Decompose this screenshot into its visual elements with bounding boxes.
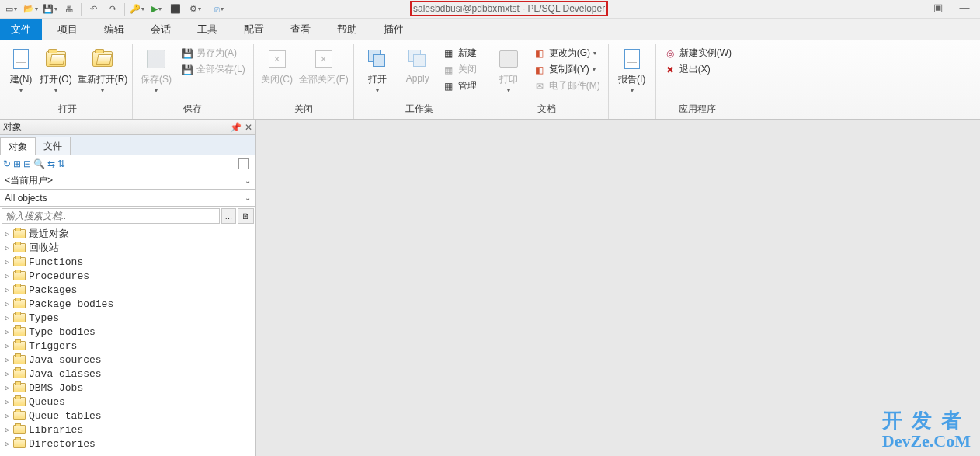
tree-item[interactable]: ▷Type bodies	[0, 325, 255, 339]
email-button[interactable]: ✉电子邮件(M)	[530, 78, 603, 94]
toolbar-checkbox[interactable]	[238, 158, 249, 169]
expand-arrow-icon[interactable]: ▷	[3, 356, 12, 364]
menu-plugins[interactable]: 插件	[373, 19, 415, 40]
expand-arrow-icon[interactable]: ▷	[3, 440, 12, 448]
expand-arrow-icon[interactable]: ▷	[3, 286, 12, 294]
print-icon[interactable]: 🖶	[60, 1, 78, 18]
closeall-button[interactable]: 全部关闭(E)	[299, 45, 349, 88]
ribbon-group-title	[631, 103, 633, 119]
tree-item[interactable]: ▷回收站	[0, 241, 255, 255]
collapse-icon[interactable]: ⊟	[23, 158, 31, 169]
settings-icon[interactable]: ⎚	[210, 1, 228, 18]
expand-arrow-icon[interactable]: ▷	[3, 230, 12, 238]
menu-help[interactable]: 帮助	[326, 19, 368, 40]
expand-arrow-icon[interactable]: ▷	[3, 258, 12, 266]
exit-button[interactable]: ✖退出(X)	[661, 61, 735, 78]
tab-files[interactable]: 文件	[35, 137, 71, 155]
tree-item[interactable]: ▷Functions	[0, 255, 255, 269]
menu-config[interactable]: 配置	[233, 19, 275, 40]
newinstance-button[interactable]: ◎新建实例(W)	[661, 45, 735, 61]
print-button[interactable]: 打印 ▾	[490, 45, 527, 96]
debug-dropdown-icon[interactable]: ⚙	[186, 1, 204, 18]
open-button[interactable]: 打开(O) ▾	[37, 45, 75, 96]
saveas-button[interactable]: 💾另存为(A)	[178, 45, 248, 61]
expand-arrow-icon[interactable]: ▷	[3, 244, 12, 252]
expand-arrow-icon[interactable]: ▷	[3, 384, 12, 392]
tree-item[interactable]: ▷Queues	[0, 395, 255, 409]
changeto-button[interactable]: ◧更改为(G) ▾	[530, 45, 603, 61]
key-dropdown-icon[interactable]: 🔑	[127, 1, 146, 18]
tree-item[interactable]: ▷Queue tables	[0, 409, 255, 423]
expand-icon[interactable]: ⊞	[13, 158, 21, 169]
save-button[interactable]: 保存(S) ▾	[137, 45, 175, 96]
tab-objects[interactable]: 对象	[0, 137, 36, 155]
expand-arrow-icon[interactable]: ▷	[3, 342, 12, 350]
menu-edit[interactable]: 编辑	[93, 19, 135, 40]
object-tree[interactable]: ▷最近对象▷回收站▷Functions▷Procedures▷Packages▷…	[0, 225, 255, 456]
search-input[interactable]	[2, 208, 220, 224]
search-doc-button[interactable]: 🗎	[238, 208, 254, 224]
tree-item[interactable]: ▷DBMS_Jobs	[0, 381, 255, 395]
filter-icon[interactable]: ⇅	[57, 158, 65, 169]
expand-arrow-icon[interactable]: ▷	[3, 398, 12, 406]
expand-arrow-icon[interactable]: ▷	[3, 314, 12, 322]
scope-dropdown[interactable]: All objects ⌄	[0, 190, 255, 207]
save-dropdown-icon[interactable]: 💾	[40, 1, 59, 18]
run-dropdown-icon[interactable]: ▶	[147, 1, 165, 18]
find-icon[interactable]: 🔍	[33, 158, 45, 169]
workset-new-button[interactable]: ▦新建	[440, 45, 480, 61]
workset-open-button[interactable]: 打开 ▾	[359, 45, 396, 96]
tree-item[interactable]: ▷最近对象	[0, 227, 255, 241]
tree-item[interactable]: ▷Package bodies	[0, 297, 255, 311]
pin-icon[interactable]: 📌	[230, 122, 242, 133]
undo-icon[interactable]: ↶	[84, 1, 103, 18]
ribbon-group-doc: 打印 ▾ ◧更改为(G) ▾ ◧复制到(Y) ▾ ✉电子邮件(M) 文档	[485, 44, 609, 119]
search-more-button[interactable]: ...	[221, 208, 236, 224]
open-dropdown-icon[interactable]: 📂	[21, 1, 40, 18]
ribbon-group-report: 报告(I) ▾	[609, 44, 656, 119]
menu-file[interactable]: 文件	[0, 19, 42, 40]
reopen-button[interactable]: 重新打开(R) ▾	[78, 45, 127, 96]
ribbon-group-open: 建(N) ▾ 打开(O) ▾ 重新打开(R) ▾ 打开	[3, 44, 133, 119]
tree-item[interactable]: ▷Triggers	[0, 339, 255, 353]
expand-arrow-icon[interactable]: ▷	[3, 412, 12, 420]
tree-item[interactable]: ▷Directories	[0, 437, 255, 451]
restore-icon[interactable]: ▣	[930, 2, 946, 13]
report-button[interactable]: 报告(I) ▾	[613, 45, 651, 96]
menu-session[interactable]: 会话	[140, 19, 182, 40]
minimize-icon[interactable]: —	[957, 2, 972, 13]
new-dropdown-icon[interactable]: ▭	[2, 1, 20, 18]
redo-icon[interactable]: ↷	[103, 1, 122, 18]
chevron-down-icon: ▾	[631, 88, 634, 94]
tree-item[interactable]: ▷Libraries	[0, 423, 255, 437]
tree-item[interactable]: ▷Java sources	[0, 353, 255, 367]
ribbon: 建(N) ▾ 打开(O) ▾ 重新打开(R) ▾ 打开 保存(S) ▾	[0, 40, 980, 120]
tree-item[interactable]: ▷Types	[0, 311, 255, 325]
expand-arrow-icon[interactable]: ▷	[3, 272, 12, 280]
expand-arrow-icon[interactable]: ▷	[3, 328, 12, 336]
tree-item[interactable]: ▷Java classes	[0, 367, 255, 381]
expand-arrow-icon[interactable]: ▷	[3, 370, 12, 378]
stop-icon[interactable]: ⬛	[166, 1, 185, 18]
new-button[interactable]: 建(N) ▾	[8, 45, 34, 96]
workset-close-button[interactable]: ▦关闭	[440, 61, 480, 78]
watermark: 开发者 DevZe.CoM	[882, 407, 971, 451]
workset-apply-button[interactable]: Apply	[399, 45, 436, 85]
close-button[interactable]: 关闭(C)	[259, 45, 296, 88]
close-icon[interactable]: ✕	[245, 122, 252, 133]
saveall-button[interactable]: 💾全部保存(L)	[178, 61, 248, 78]
menu-view[interactable]: 查看	[280, 19, 321, 40]
expand-arrow-icon[interactable]: ▷	[3, 300, 12, 308]
refresh-icon[interactable]: ↻	[3, 158, 11, 169]
tree-item[interactable]: ▷Procedures	[0, 269, 255, 283]
tree-item[interactable]: ▷Packages	[0, 283, 255, 297]
workset-manage-button[interactable]: ▦管理	[440, 78, 480, 94]
copyto-button[interactable]: ◧复制到(Y) ▾	[530, 61, 603, 78]
menu-tools[interactable]: 工具	[186, 19, 228, 40]
expand-arrow-icon[interactable]: ▷	[3, 426, 12, 434]
link-icon[interactable]: ⇆	[47, 158, 55, 169]
user-dropdown[interactable]: <当前用户> ⌄	[0, 172, 255, 190]
copyto-icon: ◧	[533, 64, 546, 76]
ribbon-group-app: ◎新建实例(W) ✖退出(X) 应用程序	[656, 44, 739, 119]
menu-project[interactable]: 项目	[47, 19, 89, 40]
